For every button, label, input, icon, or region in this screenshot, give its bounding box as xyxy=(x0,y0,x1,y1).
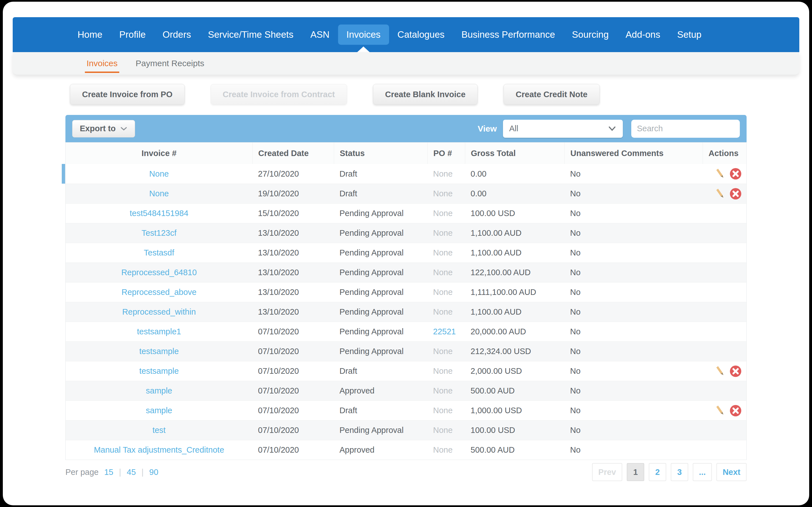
gross-total-cell: 1,111,100.00 AUD xyxy=(465,283,564,302)
export-to-button[interactable]: Export to xyxy=(72,120,135,137)
page-button-2[interactable]: 2 xyxy=(649,463,666,481)
po-value: None xyxy=(433,347,453,356)
table-row: sample07/10/2020ApprovedNone500.00 AUDNo xyxy=(66,381,746,400)
unanswered-comments-cell: No xyxy=(564,243,703,263)
nav-item-catalogues[interactable]: Catalogues xyxy=(389,24,453,45)
table-row: testsample07/10/2020Pending ApprovalNone… xyxy=(66,341,746,361)
delete-x-icon[interactable] xyxy=(729,187,742,200)
per-page-option-15[interactable]: 15 xyxy=(104,467,113,477)
status-cell: Draft xyxy=(334,361,427,381)
invoice-cell: Reprocessed_above xyxy=(66,283,252,302)
tab-payment-receipts[interactable]: Payment Receipts xyxy=(136,59,204,68)
nav-item-setup[interactable]: Setup xyxy=(669,24,710,45)
delete-x-icon[interactable] xyxy=(729,365,742,378)
nav-item-service-time-sheets[interactable]: Service/Time Sheets xyxy=(199,24,302,45)
invoice-cell: Reprocessed_64810 xyxy=(66,263,252,282)
invoice-link[interactable]: Testasdf xyxy=(144,248,174,258)
invoice-link[interactable]: Manual Tax adjustments_Creditnote xyxy=(94,445,224,455)
actions-cell xyxy=(703,283,746,302)
invoice-link[interactable]: Reprocessed_64810 xyxy=(121,268,197,277)
actions-cell xyxy=(703,401,746,420)
page-button-1[interactable]: 1 xyxy=(627,463,644,481)
unanswered-comments-cell: No xyxy=(564,322,703,341)
per-page-control: Per page15|45|90 xyxy=(65,467,158,477)
invoice-cell: testsample xyxy=(66,342,252,361)
actions-cell xyxy=(703,420,746,440)
po-link[interactable]: 22521 xyxy=(433,327,456,336)
po-value: None xyxy=(433,288,453,297)
per-page-option-90[interactable]: 90 xyxy=(149,467,158,477)
gross-total-cell: 0.00 xyxy=(465,164,564,184)
per-page-option-45[interactable]: 45 xyxy=(127,467,136,477)
created-date-cell: 07/10/2020 xyxy=(252,440,334,460)
page-button-next[interactable]: Next xyxy=(716,463,747,481)
invoice-link[interactable]: Reprocessed_within xyxy=(122,307,196,317)
page-button-[interactable]: ... xyxy=(693,463,712,481)
gross-total-cell: 2,000.00 USD xyxy=(465,361,564,381)
search-box xyxy=(631,120,740,138)
status-cell: Pending Approval xyxy=(334,223,427,243)
unanswered-comments-cell: No xyxy=(564,440,703,460)
unanswered-comments-cell: No xyxy=(564,204,703,223)
delete-x-icon[interactable] xyxy=(729,168,742,180)
create-invoice-from-po-button[interactable]: Create Invoice from PO xyxy=(70,84,185,105)
gross-total-cell: 1,100.00 AUD xyxy=(465,223,564,243)
invoice-link[interactable]: sample xyxy=(146,406,172,415)
po-cell: None xyxy=(427,420,465,440)
invoice-link[interactable]: test xyxy=(153,426,166,435)
actions-cell xyxy=(703,223,746,243)
pencil-icon[interactable] xyxy=(715,405,726,416)
pencil-icon[interactable] xyxy=(715,168,726,180)
invoice-cell: test xyxy=(66,420,252,440)
invoice-cell: None xyxy=(66,164,252,184)
table-row: test548415198415/10/2020Pending Approval… xyxy=(66,203,746,223)
nav-item-add-ons[interactable]: Add-ons xyxy=(617,24,669,45)
view-select[interactable]: All xyxy=(503,120,623,138)
status-cell: Pending Approval xyxy=(334,283,427,302)
po-cell: None xyxy=(427,223,465,243)
invoice-link[interactable]: testsample xyxy=(139,347,179,356)
invoice-link[interactable]: testsample1 xyxy=(137,327,181,336)
created-date-cell: 07/10/2020 xyxy=(252,322,334,341)
actions-cell xyxy=(703,243,746,263)
nav-item-business-performance[interactable]: Business Performance xyxy=(453,24,564,45)
tab-invoices[interactable]: Invoices xyxy=(87,59,117,68)
po-cell: None xyxy=(427,263,465,282)
invoice-link[interactable]: sample xyxy=(146,386,172,395)
table-row: sample07/10/2020DraftNone1,000.00 USDNo xyxy=(66,400,746,420)
invoice-link[interactable]: Test123cf xyxy=(142,228,176,238)
page-button-prev[interactable]: Prev xyxy=(592,463,622,481)
create-invoice-from-contract-button[interactable]: Create Invoice from Contract xyxy=(211,84,347,105)
nav-item-profile[interactable]: Profile xyxy=(111,24,154,45)
invoice-link[interactable]: None xyxy=(149,169,168,179)
table-row: None27/10/2020DraftNone0.00No xyxy=(66,164,746,184)
status-cell: Pending Approval xyxy=(334,342,427,361)
search-input[interactable] xyxy=(637,124,743,133)
po-cell: None xyxy=(427,401,465,420)
nav-item-invoices[interactable]: Invoices xyxy=(338,24,389,45)
po-value: None xyxy=(433,426,453,435)
invoice-link[interactable]: testsample xyxy=(139,367,179,376)
nav-item-orders[interactable]: Orders xyxy=(154,24,200,45)
status-cell: Draft xyxy=(334,164,427,184)
status-cell: Pending Approval xyxy=(334,243,427,263)
page-button-3[interactable]: 3 xyxy=(671,463,688,481)
unanswered-comments-cell: No xyxy=(564,401,703,420)
create-credit-note-button[interactable]: Create Credit Note xyxy=(504,84,600,105)
view-label: View xyxy=(477,124,497,133)
nav-item-sourcing[interactable]: Sourcing xyxy=(564,24,617,45)
created-date-cell: 07/10/2020 xyxy=(252,361,334,381)
unanswered-comments-cell: No xyxy=(564,184,703,203)
pencil-icon[interactable] xyxy=(715,365,726,377)
create-blank-invoice-button[interactable]: Create Blank Invoice xyxy=(373,84,477,105)
pencil-icon[interactable] xyxy=(715,188,726,200)
nav-item-home[interactable]: Home xyxy=(69,24,111,45)
delete-x-icon[interactable] xyxy=(729,404,742,417)
nav-item-asn[interactable]: ASN xyxy=(302,24,338,45)
per-page-label: Per page xyxy=(65,467,99,477)
gross-total-cell: 20,000.00 AUD xyxy=(465,322,564,341)
po-cell: None xyxy=(427,342,465,361)
invoice-link[interactable]: Reprocessed_above xyxy=(121,288,197,297)
invoice-link[interactable]: None xyxy=(149,189,168,198)
invoice-link[interactable]: test5484151984 xyxy=(130,209,188,218)
